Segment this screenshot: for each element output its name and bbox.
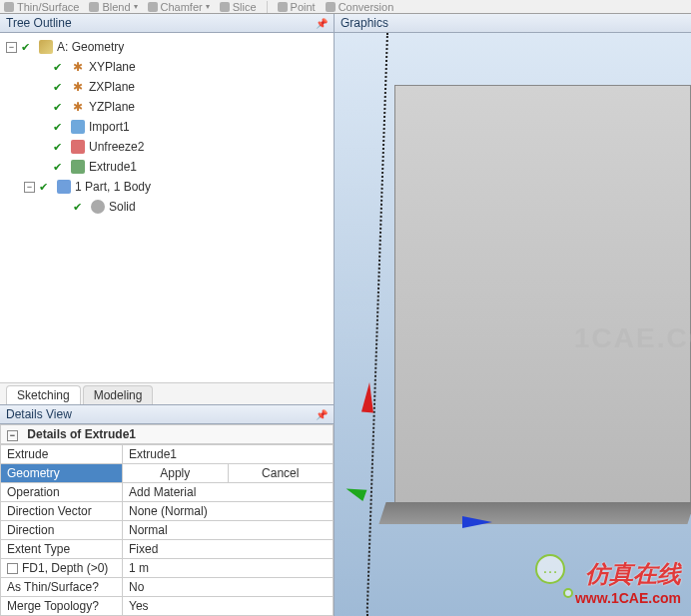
check-icon: ✔ — [73, 201, 87, 214]
detail-value[interactable]: Extrude1 — [123, 445, 334, 464]
brand-url-text: www.1CAE.com — [575, 590, 681, 606]
import-icon — [71, 120, 85, 134]
tree-item-extrude1[interactable]: ✔ Extrude1 — [2, 157, 332, 177]
details-view-title: Details View — [6, 407, 72, 421]
tree-item-solid[interactable]: ✔ Solid — [2, 197, 332, 217]
details-grid: Extrude Extrude1 Geometry Apply Cancel O… — [0, 444, 334, 616]
chat-bubble-icon: … — [535, 554, 565, 584]
check-icon: ✔ — [21, 41, 35, 54]
tree-root[interactable]: − ✔ A: Geometry — [2, 37, 332, 57]
detail-row-as-thin[interactable]: As Thin/Surface? No — [1, 578, 334, 597]
tree-outline[interactable]: − ✔ A: Geometry ✔ XYPlane ✔ ZXPlane ✔ — [0, 33, 334, 382]
tree-item-label: XYPlane — [89, 60, 136, 74]
chat-bubble-small-icon — [563, 588, 573, 598]
details-title-text: Details of Extrude1 — [27, 427, 136, 441]
construction-line — [366, 33, 388, 616]
tree-item-label: Extrude1 — [89, 160, 137, 174]
detail-label: Extent Type — [1, 540, 123, 559]
mode-tab-strip: Sketching Modeling — [0, 382, 334, 405]
detail-label: Direction Vector — [1, 502, 123, 521]
cancel-button[interactable]: Cancel — [229, 464, 334, 482]
check-icon: ✔ — [53, 121, 67, 134]
toolbar-separator — [267, 1, 268, 13]
conversion-menu[interactable]: Conversion — [326, 1, 394, 13]
collapse-icon[interactable]: − — [7, 430, 18, 441]
detail-value[interactable]: Add Material — [123, 483, 334, 502]
tree-item-yzplane[interactable]: ✔ YZPlane — [2, 97, 332, 117]
detail-row-merge-topology[interactable]: Merge Topology? Yes — [1, 597, 334, 616]
detail-row-direction-vector[interactable]: Direction Vector None (Normal) — [1, 502, 334, 521]
extrude-icon — [71, 160, 85, 174]
brand-zh-text: 仿真在线 — [575, 558, 681, 590]
details-view-header[interactable]: Details View 📌 — [0, 405, 334, 424]
conversion-label: Conversion — [339, 1, 394, 13]
detail-row-geometry[interactable]: Geometry Apply Cancel — [1, 464, 334, 483]
detail-label: Direction — [1, 521, 123, 540]
blend-icon — [89, 2, 99, 12]
tree-item-unfreeze2[interactable]: ✔ Unfreeze2 — [2, 137, 332, 157]
detail-label: Merge Topology? — [1, 597, 123, 616]
tree-item-part[interactable]: − ✔ 1 Part, 1 Body — [2, 177, 332, 197]
axis-z-icon — [345, 483, 367, 501]
detail-row-direction[interactable]: Direction Normal — [1, 521, 334, 540]
main-area: Tree Outline 📌 − ✔ A: Geometry ✔ XYPlane… — [0, 14, 691, 616]
tree-part-label: 1 Part, 1 Body — [75, 180, 151, 194]
detail-row-fd1-depth[interactable]: FD1, Depth (>0) 1 m — [1, 559, 334, 578]
detail-value[interactable]: Normal — [123, 521, 334, 540]
model-face[interactable] — [394, 85, 691, 514]
model-bottom-face[interactable] — [378, 502, 691, 524]
detail-value[interactable]: 1 m — [123, 559, 334, 578]
tree-outline-header[interactable]: Tree Outline 📌 — [0, 14, 334, 33]
thin-surface-icon — [4, 2, 14, 12]
detail-value[interactable]: None (Normal) — [123, 502, 334, 521]
solid-icon — [91, 200, 105, 214]
check-icon: ✔ — [39, 181, 53, 194]
detail-label-text: FD1, Depth (>0) — [22, 561, 108, 575]
chamfer-menu[interactable]: Chamfer ▾ — [148, 1, 210, 13]
detail-value[interactable]: Fixed — [123, 540, 334, 559]
pin-icon[interactable]: 📌 — [316, 409, 328, 420]
detail-value[interactable]: Yes — [123, 597, 334, 616]
chamfer-icon — [148, 2, 158, 12]
tree-root-label: A: Geometry — [57, 40, 124, 54]
detail-row-extent-type[interactable]: Extent Type Fixed — [1, 540, 334, 559]
axis-x-icon — [462, 516, 492, 528]
chevron-down-icon: ▾ — [134, 2, 138, 11]
apply-button[interactable]: Apply — [123, 464, 229, 482]
collapse-icon[interactable]: − — [24, 182, 35, 193]
check-icon: ✔ — [53, 61, 67, 74]
tree-item-xyplane[interactable]: ✔ XYPlane — [2, 57, 332, 77]
graphics-viewport[interactable]: 1CAE.COM … 仿真在线 www.1CAE.com — [335, 33, 691, 616]
point-label: Point — [291, 1, 316, 13]
plane-icon — [71, 100, 85, 114]
detail-value[interactable]: No — [123, 578, 334, 597]
slice-menu[interactable]: Slice — [220, 1, 257, 13]
geometry-icon — [39, 40, 53, 54]
detail-row-extrude[interactable]: Extrude Extrude1 — [1, 445, 334, 464]
tree-item-import1[interactable]: ✔ Import1 — [2, 117, 332, 137]
check-icon: ✔ — [53, 161, 67, 174]
conversion-icon — [326, 2, 336, 12]
detail-row-operation[interactable]: Operation Add Material — [1, 483, 334, 502]
blend-menu[interactable]: Blend ▾ — [89, 1, 137, 13]
thin-surface-menu[interactable]: Thin/Surface — [4, 1, 79, 13]
point-menu[interactable]: Point — [278, 1, 316, 13]
point-icon — [278, 2, 288, 12]
tab-sketching[interactable]: Sketching — [6, 385, 81, 404]
tree-item-zxplane[interactable]: ✔ ZXPlane — [2, 77, 332, 97]
detail-label: FD1, Depth (>0) — [1, 559, 123, 578]
tree-item-label: ZXPlane — [89, 80, 135, 94]
details-section-title[interactable]: − Details of Extrude1 — [0, 424, 334, 444]
tab-modeling[interactable]: Modeling — [83, 385, 154, 404]
collapse-icon[interactable]: − — [6, 42, 17, 53]
tree-item-label: Unfreeze2 — [89, 140, 144, 154]
tree-outline-title: Tree Outline — [6, 16, 72, 30]
checkbox-icon[interactable] — [7, 563, 18, 574]
graphics-title: Graphics — [341, 16, 388, 30]
detail-label: Extrude — [1, 445, 123, 464]
unfreeze-icon — [71, 140, 85, 154]
detail-label: Geometry — [1, 464, 123, 483]
graphics-header[interactable]: Graphics — [335, 14, 691, 33]
axis-y-icon — [361, 382, 375, 413]
pin-icon[interactable]: 📌 — [316, 18, 328, 29]
